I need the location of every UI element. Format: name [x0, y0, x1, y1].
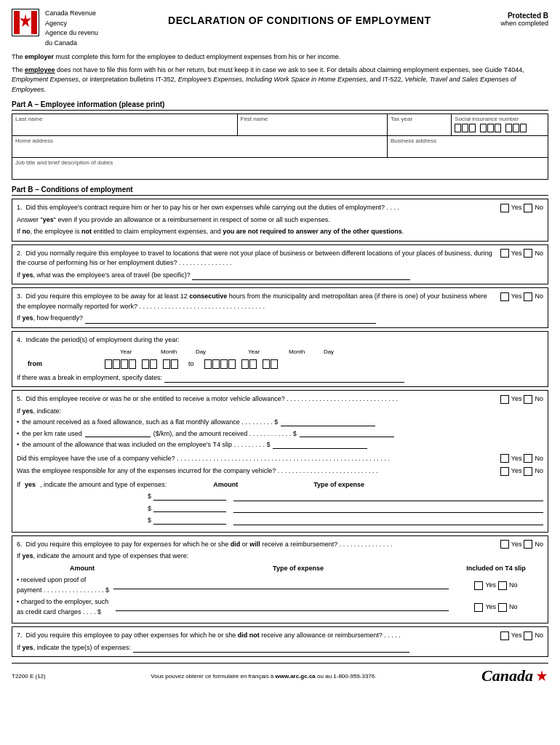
to-year-boxes[interactable] [204, 359, 236, 369]
from-year-2[interactable] [113, 359, 120, 369]
q6-row2-no-checkbox[interactable] [498, 603, 507, 612]
q5-bullet2: • the per km rate used ($/km), and the a… [17, 429, 543, 439]
q2-row: 2. Did you normally require this employe… [17, 249, 543, 268]
from-month-boxes[interactable] [142, 359, 157, 369]
to-year-2[interactable] [212, 359, 220, 369]
page: Canada Revenue Agency Agence du revenu d… [0, 0, 560, 745]
svg-rect-1 [31, 11, 37, 34]
q5-expense-amount-1[interactable] [153, 493, 226, 501]
sin-box-3[interactable] [469, 124, 476, 132]
q6-row1-no-checkbox[interactable] [498, 581, 507, 590]
from-day-boxes[interactable] [163, 359, 178, 369]
q6-row1-yes-checkbox[interactable] [474, 581, 483, 590]
sin-box-7[interactable] [505, 124, 512, 132]
q3-no-checkbox[interactable] [524, 292, 532, 301]
from-year-4[interactable] [129, 359, 136, 369]
sin-box-1[interactable] [455, 124, 461, 132]
from-month-1[interactable] [142, 359, 149, 369]
q5-amount3-line[interactable] [273, 442, 367, 449]
to-year-1[interactable] [204, 359, 212, 369]
q5c-yes-no: Yes No [500, 466, 543, 477]
q5c-row: Was the employee responsible for any of … [17, 466, 543, 477]
q5-bullet1: • the amount received as a fixed allowan… [17, 418, 543, 428]
q5-type-header: Type of expense [313, 480, 364, 490]
q5-expense-type-2[interactable] [233, 504, 543, 513]
q3-row: 3. Did you require this employee to be a… [17, 292, 543, 311]
to-month-1[interactable] [241, 359, 249, 369]
q6-yes-checkbox[interactable] [500, 540, 509, 549]
home-address-label: Home address [15, 138, 384, 144]
from-day-2[interactable] [171, 359, 178, 369]
q6-t4-col-header: Included on T4 slip [449, 564, 543, 574]
q6-row1-type-line[interactable] [148, 582, 449, 589]
to-month-boxes[interactable] [241, 359, 257, 369]
first-name-label: First name [241, 116, 384, 122]
q3-yes-checkbox[interactable] [500, 292, 509, 301]
q6-row2-amount-line[interactable] [116, 604, 148, 611]
q2-answer-line[interactable] [192, 273, 410, 280]
to-year-4[interactable] [228, 359, 236, 369]
q7-answer-line[interactable] [133, 645, 409, 653]
tax-year-field[interactable] [391, 122, 448, 134]
to-year-3[interactable] [220, 359, 228, 369]
q5-bullet3: • the amount of the allowance that was i… [17, 440, 543, 450]
intro-paragraph-1: The employer must complete this form for… [12, 52, 548, 63]
to-day-2[interactable] [271, 359, 278, 369]
sin-box-8[interactable] [513, 124, 519, 132]
from-year-boxes[interactable] [105, 359, 136, 369]
sin-box-9[interactable] [520, 124, 527, 132]
q5c-yes-checkbox[interactable] [500, 467, 509, 476]
q5-km-rate-line[interactable] [85, 430, 151, 437]
first-name-field[interactable] [241, 122, 384, 134]
sin-box-6[interactable] [495, 124, 501, 132]
to-day-1[interactable] [263, 359, 270, 369]
month-label-1: Month [151, 348, 187, 356]
q5b-yes-no: Yes No [500, 454, 543, 464]
business-address-field[interactable] [391, 144, 545, 156]
q5-expense-row-3: $ [17, 516, 543, 526]
q5-yes-checkbox[interactable] [500, 395, 509, 404]
q7-no-checkbox[interactable] [524, 632, 532, 640]
from-year-1[interactable] [105, 359, 112, 369]
q5-expense-type-1[interactable] [233, 493, 543, 501]
q1-yes-checkbox[interactable] [500, 204, 509, 212]
employer-bold: employer [25, 53, 54, 60]
from-month-2[interactable] [150, 359, 157, 369]
q5-expense-type-3[interactable] [233, 517, 543, 525]
question-6: 6. Did you require this employee to pay … [12, 535, 548, 624]
q5-expense-amount-2[interactable] [153, 505, 226, 512]
q6-row1-amount-line[interactable] [113, 582, 148, 589]
q6-row: 6. Did you require this employee to pay … [17, 540, 543, 550]
q2-no-checkbox[interactable] [524, 249, 532, 258]
sin-box-2[interactable] [462, 124, 468, 132]
part-a-header: Part A – Employee information (please pr… [12, 100, 548, 111]
footer-url[interactable]: www.arc.gc.ca [276, 673, 316, 680]
q1-no-checkbox[interactable] [524, 204, 532, 212]
from-day-1[interactable] [163, 359, 170, 369]
q5-expense-amount-3[interactable] [153, 517, 226, 525]
q3-answer-line[interactable] [85, 316, 376, 324]
to-day-boxes[interactable] [263, 359, 278, 369]
q2-yes-checkbox[interactable] [500, 249, 509, 258]
q6-row2-yes-checkbox[interactable] [474, 603, 483, 612]
month-label-2: Month [279, 348, 315, 356]
sin-box-4[interactable] [480, 124, 487, 132]
home-address-field[interactable] [15, 144, 384, 156]
q7-yes-checkbox[interactable] [500, 632, 509, 640]
q5b-yes-checkbox[interactable] [500, 454, 509, 463]
sin-box-5[interactable] [487, 124, 494, 132]
q6-row2-type-line[interactable] [148, 604, 449, 611]
q5-no-checkbox[interactable] [524, 395, 532, 404]
q6-no-checkbox[interactable] [524, 540, 532, 549]
job-title-field[interactable] [15, 166, 545, 178]
last-name-field[interactable] [15, 122, 234, 134]
q5-amount1-line[interactable] [281, 419, 375, 426]
q5-amount2-line[interactable] [300, 430, 394, 437]
guide-italic: Employment Expenses [12, 76, 79, 83]
to-month-2[interactable] [249, 359, 257, 369]
q5b-no-checkbox[interactable] [524, 454, 532, 463]
q1-yes-no: Yes No [500, 203, 543, 213]
q4-answer-line[interactable] [164, 375, 404, 383]
q5c-no-checkbox[interactable] [524, 467, 532, 476]
from-year-3[interactable] [121, 359, 128, 369]
